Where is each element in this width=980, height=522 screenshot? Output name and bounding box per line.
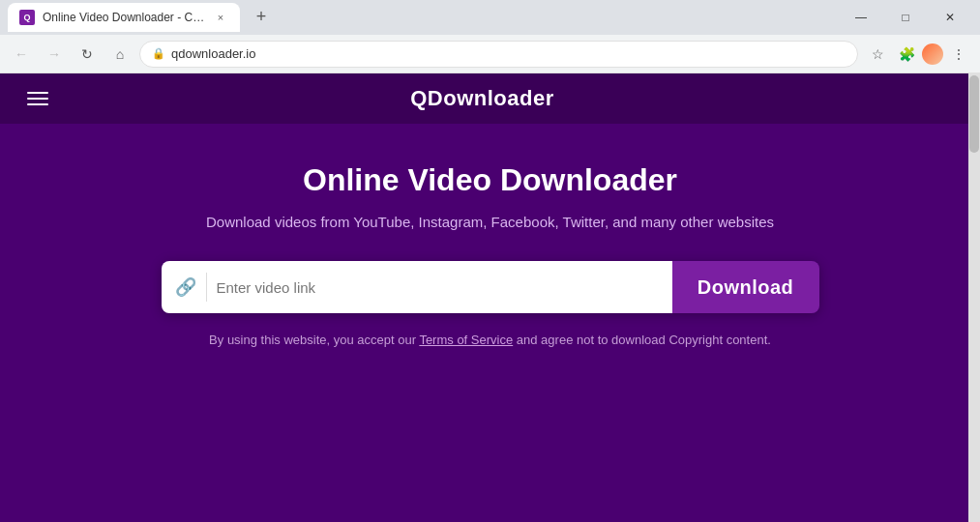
terms-text: By using this website, you accept our Te… xyxy=(209,333,771,347)
terms-link[interactable]: Terms of Service xyxy=(419,333,513,347)
page-title: Online Video Downloader xyxy=(303,162,677,198)
tab-favicon: Q xyxy=(19,10,35,25)
extensions-button[interactable]: 🧩 xyxy=(893,41,920,68)
scrollbar[interactable] xyxy=(968,73,980,522)
hamburger-line-1 xyxy=(27,92,48,94)
url-input-wrap: 🔗 xyxy=(162,261,672,313)
terms-suffix: and agree not to download Copyright cont… xyxy=(517,333,771,347)
home-button[interactable]: ⌂ xyxy=(106,41,134,68)
hamburger-menu-button[interactable] xyxy=(19,84,56,113)
tab-close-button[interactable]: × xyxy=(213,10,228,25)
terms-prefix: By using this website, you accept our xyxy=(209,333,419,347)
lock-icon: 🔒 xyxy=(152,47,165,60)
download-button[interactable]: Download xyxy=(672,261,819,313)
tab-title: Online Video Downloader - Com… xyxy=(43,11,205,24)
minimize-button[interactable]: — xyxy=(839,0,883,35)
toolbar-icons: ☆ 🧩 ⋮ xyxy=(864,41,972,68)
hamburger-line-2 xyxy=(27,98,48,100)
address-bar: ← → ↻ ⌂ 🔒 qdownloader.io ☆ 🧩 ⋮ xyxy=(0,35,980,73)
address-text: qdownloader.io xyxy=(171,46,846,61)
browser-tab[interactable]: Q Online Video Downloader - Com… × xyxy=(8,3,240,32)
divider xyxy=(206,273,207,302)
site-main: Online Video Downloader Download videos … xyxy=(0,124,980,366)
website-content: QDownloader Online Video Downloader Down… xyxy=(0,73,980,522)
bookmark-button[interactable]: ☆ xyxy=(864,41,891,68)
back-button[interactable]: ← xyxy=(8,41,35,68)
page-subtitle: Download videos from YouTube, Instagram,… xyxy=(206,214,774,230)
site-navbar: QDownloader xyxy=(0,73,980,124)
browser-frame: Q Online Video Downloader - Com… × + — □… xyxy=(0,0,980,522)
window-controls: — □ ✕ xyxy=(839,0,972,35)
menu-button[interactable]: ⋮ xyxy=(945,41,972,68)
site-logo: QDownloader xyxy=(56,86,908,111)
link-icon: 🔗 xyxy=(175,276,196,298)
new-tab-button[interactable]: + xyxy=(248,3,275,30)
profile-icon[interactable] xyxy=(922,44,943,65)
video-url-input[interactable] xyxy=(217,279,659,296)
maximize-button[interactable]: □ xyxy=(883,0,928,35)
scrollbar-thumb[interactable] xyxy=(969,75,979,153)
title-bar: Q Online Video Downloader - Com… × + — □… xyxy=(0,0,980,35)
reload-button[interactable]: ↻ xyxy=(74,41,101,68)
download-form: 🔗 Download xyxy=(162,261,819,313)
hamburger-line-3 xyxy=(27,103,48,105)
close-button[interactable]: ✕ xyxy=(928,0,972,35)
forward-button[interactable]: → xyxy=(41,41,68,68)
address-input-wrap[interactable]: 🔒 qdownloader.io xyxy=(139,41,858,68)
